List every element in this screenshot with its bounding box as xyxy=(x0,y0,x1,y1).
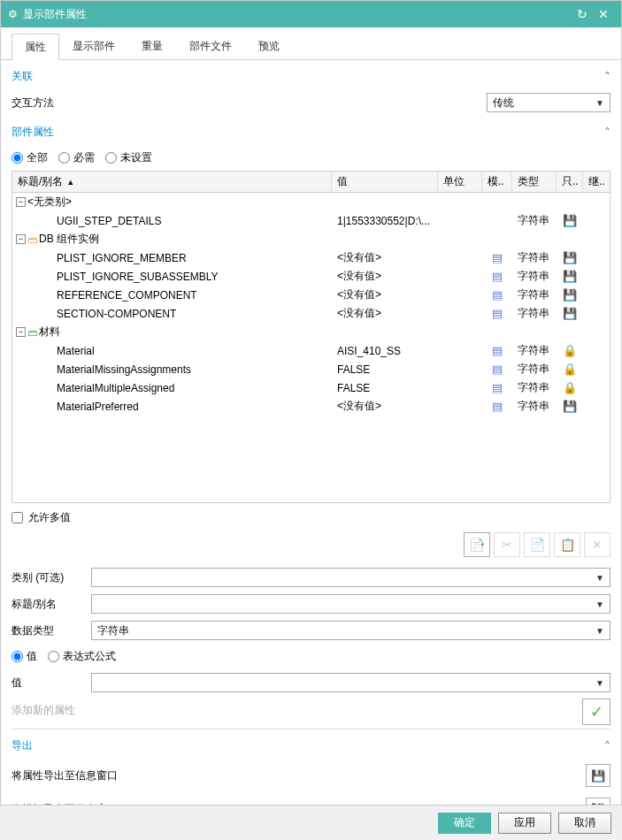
save-icon: 💾 xyxy=(563,400,577,413)
cancel-button[interactable]: 取消 xyxy=(558,813,611,834)
section-association[interactable]: 关联 ˄ xyxy=(12,64,610,89)
ok-button[interactable]: 确定 xyxy=(438,813,491,834)
chevron-down-icon: ▼ xyxy=(595,678,604,688)
reset-button[interactable]: ↻ xyxy=(572,4,593,25)
export-info-label: 将属性导出至信息窗口 xyxy=(12,768,586,783)
sort-asc-icon: ▲ xyxy=(66,178,74,187)
radio-unset[interactable]: 未设置 xyxy=(105,150,152,165)
chevron-down-icon: ▼ xyxy=(595,599,604,609)
db-icon: 🗃 xyxy=(27,234,37,245)
col-readonly[interactable]: 只.. xyxy=(557,172,583,192)
add-button[interactable]: 📄+ xyxy=(464,532,490,557)
section-part-attributes[interactable]: 部件属性 ˄ xyxy=(12,119,610,145)
save-icon: 💾 xyxy=(563,307,577,320)
title-label: 标题/别名 xyxy=(12,597,91,612)
dialog-footer: 确定 应用 取消 xyxy=(0,805,622,840)
add-hint: 添加新的属性 xyxy=(12,696,610,725)
save-icon: 💾 xyxy=(563,251,577,264)
chevron-up-icon: ˄ xyxy=(604,126,610,140)
category-label: 类别 (可选) xyxy=(12,570,91,585)
col-template[interactable]: 模.. xyxy=(482,172,512,192)
delete-button[interactable]: ✕ xyxy=(584,532,610,557)
table-row[interactable]: MaterialPreferred <没有值> ▤ 字符串 💾 xyxy=(12,397,610,416)
datatype-dropdown[interactable]: 字符串▼ xyxy=(91,621,610,640)
col-value[interactable]: 值 xyxy=(332,172,438,192)
group-db-instance[interactable]: − 🗃 DB 组件实例 xyxy=(12,230,610,248)
value-label: 值 xyxy=(12,676,91,691)
paste-button[interactable]: 📋 xyxy=(554,532,580,557)
collapse-icon[interactable]: − xyxy=(16,327,26,337)
chevron-down-icon: ▼ xyxy=(595,98,604,108)
window-title: 显示部件属性 xyxy=(23,7,572,22)
save-icon: 💾 xyxy=(563,270,577,283)
table-header: 标题/别名▲ 值 单位 模.. 类型 只.. 继.. xyxy=(12,172,610,193)
template-icon: ▤ xyxy=(492,400,503,413)
table-row[interactable]: PLIST_IGNORE_MEMBER <没有值> ▤ 字符串 💾 xyxy=(12,248,610,267)
radio-expression[interactable]: 表达式公式 xyxy=(48,649,116,664)
group-uncategorized[interactable]: − <无类别> xyxy=(12,193,610,211)
group-material[interactable]: − 🗃 材料 xyxy=(12,323,610,341)
gear-icon: ⚙ xyxy=(8,8,18,20)
section-export[interactable]: 导出 ˄ xyxy=(12,733,610,759)
attr-toolbar: 📄+ ✂ 📄 📋 ✕ xyxy=(12,532,610,564)
close-button[interactable]: ✕ xyxy=(593,4,614,25)
tab-part-file[interactable]: 部件文件 xyxy=(176,33,245,59)
interaction-method-dropdown[interactable]: 传统 ▼ xyxy=(487,93,610,112)
template-icon: ▤ xyxy=(492,270,503,283)
tab-weight[interactable]: 重量 xyxy=(128,33,176,59)
chevron-up-icon: ˄ xyxy=(604,70,610,84)
col-unit[interactable]: 单位 xyxy=(438,172,482,192)
template-icon: ▤ xyxy=(492,307,503,320)
col-type[interactable]: 类型 xyxy=(512,172,557,192)
table-row[interactable]: MaterialMissingAssignments FALSE ▤ 字符串 🔒 xyxy=(12,360,610,378)
table-row[interactable]: SECTION-COMPONENT <没有值> ▤ 字符串 💾 xyxy=(12,304,610,323)
radio-all[interactable]: 全部 xyxy=(12,150,48,165)
radio-value[interactable]: 值 xyxy=(12,649,37,664)
collapse-icon[interactable]: − xyxy=(16,234,26,244)
template-icon: ▤ xyxy=(492,363,503,376)
material-icon: 🗃 xyxy=(27,327,37,338)
attributes-table: 标题/别名▲ 值 单位 模.. 类型 只.. 继.. − <无类别> UGII_… xyxy=(12,171,610,503)
template-icon: ▤ xyxy=(492,251,503,264)
col-inherit[interactable]: 继.. xyxy=(583,172,610,192)
tab-preview[interactable]: 预览 xyxy=(245,33,293,59)
table-row[interactable]: PLIST_IGNORE_SUBASSEMBLY <没有值> ▤ 字符串 💾 xyxy=(12,267,610,286)
copy-button[interactable]: 📄 xyxy=(524,532,550,557)
lock-icon: 🔒 xyxy=(563,381,577,394)
cut-button[interactable]: ✂ xyxy=(494,532,520,557)
chevron-down-icon: ▼ xyxy=(595,573,604,583)
allow-multi-checkbox[interactable]: 允许多值 xyxy=(12,510,610,525)
col-title[interactable]: 标题/别名▲ xyxy=(12,172,332,192)
tab-display-part[interactable]: 显示部件 xyxy=(59,33,128,59)
chevron-down-icon: ▼ xyxy=(595,626,604,636)
value-dropdown[interactable]: ▼ xyxy=(91,673,610,692)
titlebar: ⚙ 显示部件属性 ↻ ✕ xyxy=(1,1,621,27)
table-row[interactable]: UGII_STEP_DETAILS 1|1553330552|D:\... 字符… xyxy=(12,211,610,230)
tab-bar: 属性 显示部件 重量 部件文件 预览 xyxy=(1,27,621,60)
collapse-icon[interactable]: − xyxy=(16,197,26,207)
lock-icon: 🔒 xyxy=(563,344,577,357)
table-body: − <无类别> UGII_STEP_DETAILS 1|1553330552|D… xyxy=(12,193,610,502)
template-icon: ▤ xyxy=(492,381,503,394)
filter-radios: 全部 必需 未设置 xyxy=(12,145,610,171)
table-row[interactable]: Material AISI_410_SS ▤ 字符串 🔒 xyxy=(12,341,610,360)
table-row[interactable]: REFERENCE_COMPONENT <没有值> ▤ 字符串 💾 xyxy=(12,286,610,304)
save-icon: 💾 xyxy=(563,288,577,302)
lock-icon: 🔒 xyxy=(563,363,577,376)
title-dropdown[interactable]: ▼ xyxy=(91,594,610,614)
category-dropdown[interactable]: ▼ xyxy=(91,568,610,587)
save-icon: 💾 xyxy=(563,214,577,227)
template-icon: ▤ xyxy=(492,344,503,357)
datatype-label: 数据类型 xyxy=(12,623,91,638)
radio-required[interactable]: 必需 xyxy=(58,150,95,165)
interaction-method-label: 交互方法 xyxy=(12,95,118,111)
apply-button[interactable]: 应用 xyxy=(498,813,551,834)
template-icon: ▤ xyxy=(492,288,503,302)
tab-attributes[interactable]: 属性 xyxy=(12,34,59,60)
chevron-up-icon: ˄ xyxy=(604,739,610,753)
table-row[interactable]: MaterialMultipleAssigned FALSE ▤ 字符串 🔒 xyxy=(12,378,610,397)
confirm-add-button[interactable]: ✓ xyxy=(582,699,610,725)
export-info-button[interactable]: 💾 xyxy=(586,764,610,787)
